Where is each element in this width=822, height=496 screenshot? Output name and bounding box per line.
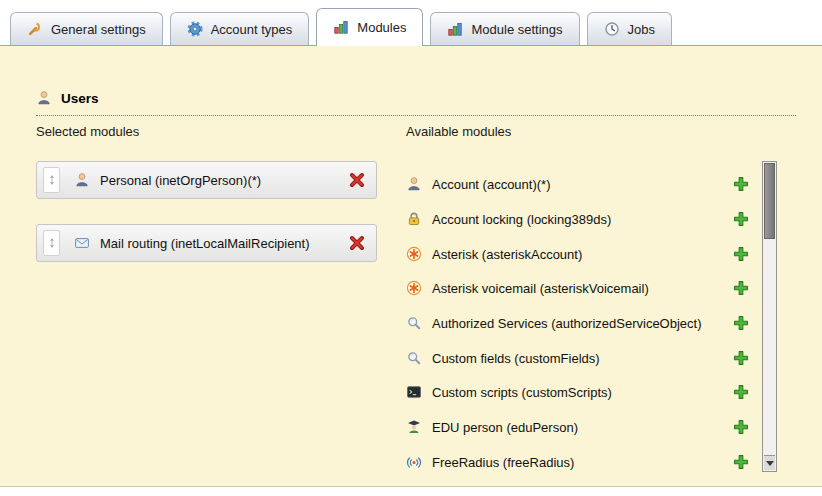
tab-label: Jobs bbox=[628, 22, 655, 37]
selected-module-row: Mail routing (inetLocalMailRecipient) bbox=[36, 224, 377, 262]
add-module-button[interactable] bbox=[732, 245, 750, 263]
available-module-row: FreeRadius (freeRadius) bbox=[406, 445, 752, 479]
remove-module-button[interactable] bbox=[347, 170, 367, 190]
wrench-icon bbox=[27, 21, 43, 37]
add-module-button[interactable] bbox=[732, 175, 750, 193]
radio-icon bbox=[406, 454, 422, 470]
add-module-button[interactable] bbox=[732, 453, 750, 471]
tab-modules[interactable]: Modules bbox=[316, 8, 423, 46]
available-module-row: EDU person (eduPerson) bbox=[406, 410, 752, 444]
available-module-label: Asterisk (asteriskAccount) bbox=[432, 247, 732, 262]
available-module-label: Custom fields (customFields) bbox=[432, 351, 732, 366]
available-module-label: Authorized Services (authorizedServiceOb… bbox=[432, 316, 732, 331]
chevron-down-icon bbox=[766, 461, 774, 466]
plus-icon bbox=[733, 350, 749, 366]
drag-handle-icon[interactable] bbox=[43, 167, 60, 193]
available-module-row: Account locking (locking389ds) bbox=[406, 202, 752, 236]
magnifier-icon bbox=[406, 315, 422, 331]
person-icon bbox=[74, 172, 90, 188]
magnifier-icon bbox=[406, 350, 422, 366]
tab-label: General settings bbox=[51, 22, 146, 37]
tab-module-settings[interactable]: Module settings bbox=[430, 12, 579, 45]
gear-icon bbox=[187, 21, 203, 37]
tab-jobs[interactable]: Jobs bbox=[587, 12, 672, 45]
available-module-label: Account locking (locking389ds) bbox=[432, 212, 732, 227]
tab-general-settings[interactable]: General settings bbox=[10, 12, 163, 45]
content-panel: Users Selected modules Available modules… bbox=[0, 45, 822, 487]
drag-handle-icon[interactable] bbox=[43, 230, 60, 256]
add-module-button[interactable] bbox=[732, 349, 750, 367]
plus-icon bbox=[733, 246, 749, 262]
add-module-button[interactable] bbox=[732, 279, 750, 297]
add-module-button[interactable] bbox=[732, 210, 750, 228]
tab-label: Modules bbox=[357, 20, 406, 35]
add-module-button[interactable] bbox=[732, 314, 750, 332]
plus-icon bbox=[733, 211, 749, 227]
plus-icon bbox=[733, 280, 749, 296]
chart-icon bbox=[447, 21, 463, 37]
available-module-label: Account (account)(*) bbox=[432, 177, 732, 192]
available-module-label: FreeRadius (freeRadius) bbox=[432, 455, 732, 470]
plus-icon bbox=[733, 176, 749, 192]
available-module-row: Authorized Services (authorizedServiceOb… bbox=[406, 306, 752, 340]
tab-label: Account types bbox=[211, 22, 293, 37]
plus-icon bbox=[733, 384, 749, 400]
terminal-icon bbox=[406, 384, 422, 400]
edu-person-icon bbox=[406, 419, 422, 435]
tab-account-types[interactable]: Account types bbox=[170, 12, 310, 45]
selected-module-label: Personal (inetOrgPerson)(*) bbox=[100, 173, 347, 188]
clock-icon bbox=[604, 21, 620, 37]
person-icon bbox=[406, 176, 422, 192]
lam-config-page: General settings Account types Modules M… bbox=[0, 0, 822, 496]
available-module-label: Custom scripts (customScripts) bbox=[432, 385, 732, 400]
asterisk-icon bbox=[406, 280, 422, 296]
add-module-button[interactable] bbox=[732, 418, 750, 436]
scrollbar[interactable] bbox=[762, 161, 777, 472]
add-module-button[interactable] bbox=[732, 383, 750, 401]
delete-icon bbox=[349, 235, 365, 251]
asterisk-icon bbox=[406, 246, 422, 262]
available-module-row: Custom fields (customFields) bbox=[406, 341, 752, 375]
selected-modules-heading: Selected modules bbox=[36, 124, 139, 139]
scrollbar-down-button[interactable] bbox=[764, 455, 775, 470]
selected-module-label: Mail routing (inetLocalMailRecipient) bbox=[100, 236, 347, 251]
available-module-row: Asterisk (asteriskAccount) bbox=[406, 237, 752, 271]
section-title: Users bbox=[61, 91, 99, 106]
tab-bar: General settings Account types Modules M… bbox=[10, 7, 672, 45]
remove-module-button[interactable] bbox=[347, 233, 367, 253]
tab-label: Module settings bbox=[471, 22, 562, 37]
available-modules-heading: Available modules bbox=[406, 124, 511, 139]
plus-icon bbox=[733, 454, 749, 470]
scrollbar-thumb[interactable] bbox=[764, 163, 775, 239]
available-module-label: Asterisk voicemail (asteriskVoicemail) bbox=[432, 281, 732, 296]
chart-icon bbox=[333, 19, 349, 35]
available-module-row: Asterisk voicemail (asteriskVoicemail) bbox=[406, 271, 752, 305]
selected-module-row: Personal (inetOrgPerson)(*) bbox=[36, 161, 377, 199]
delete-icon bbox=[349, 172, 365, 188]
lock-icon bbox=[406, 211, 422, 227]
plus-icon bbox=[733, 419, 749, 435]
available-module-label: EDU person (eduPerson) bbox=[432, 420, 732, 435]
available-module-row: Account (account)(*) bbox=[406, 167, 752, 201]
section-header-users: Users bbox=[36, 90, 796, 116]
user-icon bbox=[36, 90, 52, 106]
available-module-row: Custom scripts (customScripts) bbox=[406, 375, 752, 409]
plus-icon bbox=[733, 315, 749, 331]
mail-icon bbox=[74, 235, 90, 251]
